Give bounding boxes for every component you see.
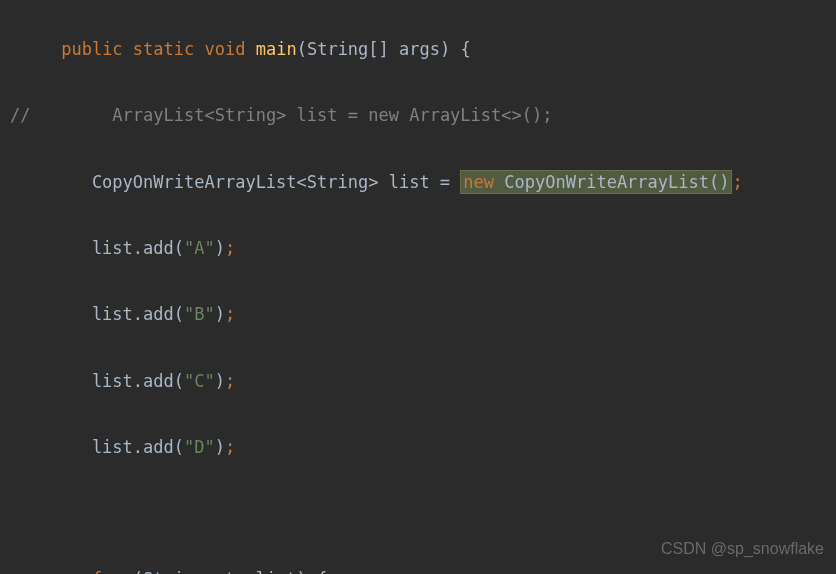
code-line: CopyOnWriteArrayList<String> list = new …	[0, 166, 836, 199]
code-line: list.add("B");	[0, 298, 836, 331]
watermark-text: CSDN @sp_snowflake	[661, 533, 824, 564]
code-line: list.add("C");	[0, 365, 836, 398]
code-line: list.add("D");	[0, 431, 836, 464]
code-editor[interactable]: public static void main(String[] args) {…	[0, 0, 836, 574]
code-line: for (String str:list) {	[0, 563, 836, 574]
code-line: // ArrayList<String> list = new ArrayLis…	[0, 99, 836, 132]
code-line: list.add("A");	[0, 232, 836, 265]
code-line	[0, 497, 836, 530]
code-line: public static void main(String[] args) {	[0, 33, 836, 66]
